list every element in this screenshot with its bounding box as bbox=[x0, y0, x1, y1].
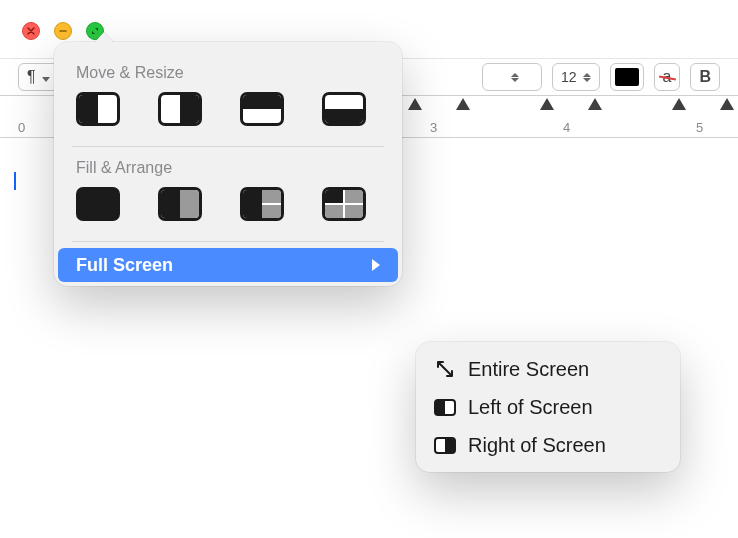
strikethrough-color-button[interactable]: a bbox=[654, 63, 681, 91]
section-title-move-resize: Move & Resize bbox=[54, 58, 402, 90]
right-half-icon bbox=[434, 437, 456, 454]
divider bbox=[72, 146, 384, 147]
window-close-button[interactable] bbox=[22, 22, 40, 40]
font-family-dropdown[interactable] bbox=[482, 63, 542, 91]
tab-stop-icon[interactable] bbox=[588, 98, 602, 110]
ruler-tick-3: 3 bbox=[430, 120, 437, 135]
fill-screen-icon[interactable] bbox=[76, 187, 120, 221]
window-traffic-lights bbox=[22, 22, 104, 40]
window-minimize-button[interactable] bbox=[54, 22, 72, 40]
ruler-tick-0: 0 bbox=[18, 120, 25, 135]
tile-bottom-half-icon[interactable] bbox=[322, 92, 366, 126]
tab-stop-icon[interactable] bbox=[672, 98, 686, 110]
text-cursor bbox=[14, 172, 16, 190]
fill-arrange-row bbox=[54, 185, 402, 235]
strike-icon: a bbox=[663, 68, 672, 86]
text-color-button[interactable] bbox=[610, 63, 644, 91]
font-size-stepper[interactable]: 12 bbox=[552, 63, 600, 91]
chevron-right-icon bbox=[372, 259, 380, 271]
tab-stop-icon[interactable] bbox=[720, 98, 734, 110]
full-screen-menu-item[interactable]: Full Screen bbox=[58, 248, 398, 282]
arrange-quarters-icon[interactable] bbox=[322, 187, 366, 221]
move-resize-row bbox=[54, 90, 402, 140]
tab-stop-icon[interactable] bbox=[540, 98, 554, 110]
arrange-left-priority-icon[interactable] bbox=[158, 187, 202, 221]
full-screen-submenu: Entire Screen Left of Screen Right of Sc… bbox=[416, 342, 680, 472]
window-tiling-popover: Move & Resize Fill & Arrange bbox=[54, 42, 402, 286]
divider bbox=[72, 241, 384, 242]
ruler-tick-4: 4 bbox=[563, 120, 570, 135]
left-half-icon bbox=[434, 399, 456, 416]
submenu-entire-label: Entire Screen bbox=[468, 358, 589, 381]
arrange-left-column-icon[interactable] bbox=[240, 187, 284, 221]
submenu-right-label: Right of Screen bbox=[468, 434, 606, 457]
tile-left-half-icon[interactable] bbox=[76, 92, 120, 126]
ruler-tick-5: 5 bbox=[696, 120, 703, 135]
tile-top-half-icon[interactable] bbox=[240, 92, 284, 126]
expand-arrows-icon bbox=[434, 359, 456, 379]
bold-button[interactable]: B bbox=[690, 63, 720, 91]
paragraph-style-button[interactable]: ¶ bbox=[18, 63, 59, 91]
submenu-right-of-screen[interactable]: Right of Screen bbox=[424, 426, 672, 464]
full-screen-label: Full Screen bbox=[76, 255, 173, 276]
section-title-fill-arrange: Fill & Arrange bbox=[54, 153, 402, 185]
submenu-left-label: Left of Screen bbox=[468, 396, 593, 419]
color-swatch-icon bbox=[615, 68, 639, 86]
submenu-entire-screen[interactable]: Entire Screen bbox=[424, 350, 672, 388]
submenu-left-of-screen[interactable]: Left of Screen bbox=[424, 388, 672, 426]
tab-stop-icon[interactable] bbox=[408, 98, 422, 110]
font-size-value: 12 bbox=[561, 69, 577, 85]
tile-right-half-icon[interactable] bbox=[158, 92, 202, 126]
tab-stop-icon[interactable] bbox=[456, 98, 470, 110]
